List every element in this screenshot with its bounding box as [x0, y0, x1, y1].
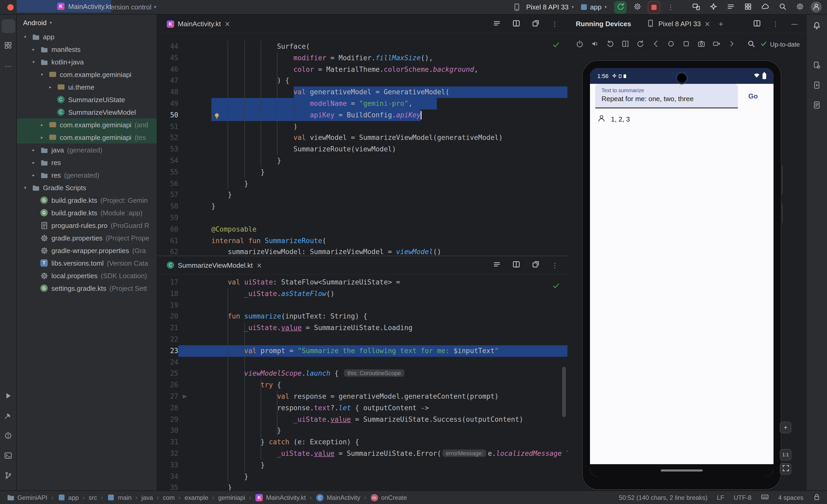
- tree-item-gradle-wrapper-properties[interactable]: gradle-wrapper.properties(Gra: [17, 244, 157, 257]
- breadcrumb-src[interactable]: src: [89, 494, 97, 501]
- user-avatar[interactable]: [811, 2, 822, 12]
- problems-toolwindow-button[interactable]: [1, 430, 15, 443]
- tree-item-proguard-rules-pro[interactable]: proguard-rules.pro(ProGuard R: [17, 219, 157, 232]
- rerun-button[interactable]: [614, 1, 627, 13]
- editor-mainactivity[interactable]: 44 Surface(45 modifier = Modifier.fillMa…: [157, 34, 568, 256]
- running-devices-button[interactable]: [810, 79, 824, 93]
- stop-button[interactable]: [648, 1, 660, 13]
- line-number[interactable]: 53: [160, 144, 178, 155]
- zoom-mode-button[interactable]: [745, 39, 757, 50]
- line-number[interactable]: 20: [160, 311, 178, 323]
- hide-panel-button[interactable]: —: [788, 17, 801, 30]
- run-toolwindow-button[interactable]: [1, 390, 15, 403]
- line-number[interactable]: 51: [160, 121, 178, 132]
- breadcrumb-geminiapi[interactable]: geminiapi: [218, 494, 245, 501]
- tree-item-kotlin-java[interactable]: ▾kotlin+java: [17, 56, 157, 68]
- breadcrumb-com[interactable]: com: [163, 494, 175, 501]
- line-number[interactable]: 56: [160, 178, 178, 189]
- volume-button[interactable]: [589, 39, 600, 50]
- plugins-button[interactable]: [741, 1, 754, 13]
- line-number[interactable]: 55: [160, 167, 178, 178]
- split-editor-button[interactable]: [510, 17, 522, 30]
- tree-expanded-icon[interactable]: ▾: [22, 185, 28, 190]
- tree-collapsed-icon[interactable]: ▸: [31, 47, 37, 52]
- tree-collapsed-icon[interactable]: ▸: [31, 160, 37, 165]
- breadcrumb-app[interactable]: app: [57, 493, 79, 502]
- breadcrumb-mainactivity[interactable]: CMainActivity: [316, 493, 360, 502]
- zoom-reset-button[interactable]: 1:1: [780, 449, 791, 460]
- version-control-toolwindow-button[interactable]: [1, 469, 15, 483]
- editor-scrollbar[interactable]: [562, 367, 566, 417]
- line-number[interactable]: 18: [160, 288, 178, 300]
- line-number[interactable]: 33: [160, 459, 178, 471]
- device-mirroring-button[interactable]: [690, 1, 702, 13]
- tree-item-com-example-geminiapi[interactable]: ▸com.example.geminiapi(tes: [17, 131, 157, 144]
- breadcrumb-geminiapi[interactable]: GeminiAPI: [6, 493, 47, 502]
- go-button[interactable]: Go: [738, 92, 768, 100]
- tab-mainactivity[interactable]: K MainActivity.kt ×: [161, 14, 236, 33]
- screenshot-button[interactable]: [695, 39, 707, 50]
- readonly-lock-widget[interactable]: [813, 493, 821, 502]
- more-run-actions-button[interactable]: ⋮: [665, 1, 677, 13]
- split-panel-button[interactable]: [750, 17, 763, 30]
- android-back-button[interactable]: [650, 39, 661, 50]
- breadcrumb-oncreate[interactable]: monCreate: [370, 493, 407, 502]
- tree-item-app[interactable]: ▾app: [17, 31, 157, 43]
- android-home-button[interactable]: [665, 39, 677, 50]
- power-button[interactable]: [574, 39, 585, 50]
- zoom-in-button[interactable]: +: [780, 422, 791, 433]
- device-selector[interactable]: Pixel 8 API 33 ▾: [510, 1, 574, 13]
- line-number[interactable]: 21: [160, 322, 178, 334]
- terminal-toolwindow-button[interactable]: [1, 450, 15, 463]
- line-number[interactable]: 30: [160, 425, 178, 437]
- profiler-button[interactable]: [631, 1, 643, 13]
- run-configuration-selector[interactable]: app ▾: [581, 3, 607, 11]
- tree-item-com-example-geminiapi[interactable]: ▾com.example.geminiapi: [17, 68, 157, 81]
- tree-expanded-icon[interactable]: ▾: [39, 72, 45, 77]
- fold-device-button[interactable]: [619, 39, 631, 50]
- line-number[interactable]: 57: [160, 189, 178, 201]
- tree-item-res[interactable]: ▸res(generated): [17, 169, 157, 181]
- device-tab-pixel8[interactable]: Pixel 8 API 33 ×: [647, 19, 710, 29]
- more-emulator-actions-button[interactable]: [726, 39, 737, 50]
- tab-summarizeviewmodel[interactable]: C SummarizeViewModel.kt ×: [161, 256, 267, 275]
- line-number[interactable]: 31: [160, 436, 178, 448]
- editor-summarizeviewmodel[interactable]: 17 val uiState: StateFlow<SummarizeUiSta…: [157, 275, 568, 490]
- tree-collapsed-icon[interactable]: ▸: [31, 148, 37, 152]
- android-overview-button[interactable]: [680, 39, 692, 50]
- ai-assistant-button[interactable]: [707, 1, 720, 13]
- tree-item-summarizeuistate[interactable]: CSummarizeUiState: [17, 93, 157, 106]
- line-number[interactable]: 47: [160, 75, 178, 87]
- screen-record-button[interactable]: [711, 39, 722, 50]
- add-device-button[interactable]: +: [719, 19, 723, 28]
- summarize-text-field[interactable]: Text to summarize Repeat for me: one, tw…: [595, 84, 738, 108]
- project-view-selector[interactable]: Android ▾: [17, 15, 157, 31]
- tree-item-java[interactable]: ▸java(generated): [17, 144, 157, 156]
- tree-collapsed-icon[interactable]: ▸: [39, 122, 45, 127]
- close-icon[interactable]: ×: [225, 20, 230, 28]
- caret-position-widget[interactable]: 50:52 (140 chars, 2 line breaks): [619, 494, 708, 501]
- line-number[interactable]: 34: [160, 471, 178, 482]
- device-manager-button[interactable]: [810, 59, 824, 73]
- line-number[interactable]: 19: [160, 299, 178, 311]
- line-number[interactable]: 45: [160, 52, 178, 64]
- tree-item-libs-versions-toml[interactable]: Tlibs.versions.toml(Version Cata: [17, 257, 157, 269]
- more-tool-windows-button[interactable]: ⋯: [1, 59, 15, 73]
- breadcrumb-mainactivity-kt[interactable]: KMainActivity.kt: [255, 493, 306, 502]
- breadcrumb-java[interactable]: java: [141, 494, 153, 501]
- line-number[interactable]: 59: [160, 212, 178, 224]
- keymap-widget[interactable]: [761, 493, 769, 502]
- resource-manager-button[interactable]: [1, 39, 15, 53]
- line-number[interactable]: 50: [160, 110, 178, 121]
- line-number[interactable]: 61: [160, 235, 178, 246]
- breadcrumb-main[interactable]: main: [107, 493, 132, 502]
- line-number[interactable]: 35: [160, 482, 178, 490]
- detach-editor-button[interactable]: [529, 259, 542, 271]
- line-number[interactable]: 60: [160, 224, 178, 235]
- intention-bulb-icon[interactable]: [213, 112, 220, 123]
- settings-button[interactable]: [793, 1, 806, 13]
- line-ending-widget[interactable]: LF: [717, 494, 724, 501]
- tree-item-build-gradle-kts[interactable]: Gbuild.gradle.kts(Module :app): [17, 207, 157, 219]
- tree-item-summarizeviewmodel[interactable]: CSummarizeViewModel: [17, 106, 157, 118]
- tree-item-manifests[interactable]: ▸manifests: [17, 43, 157, 56]
